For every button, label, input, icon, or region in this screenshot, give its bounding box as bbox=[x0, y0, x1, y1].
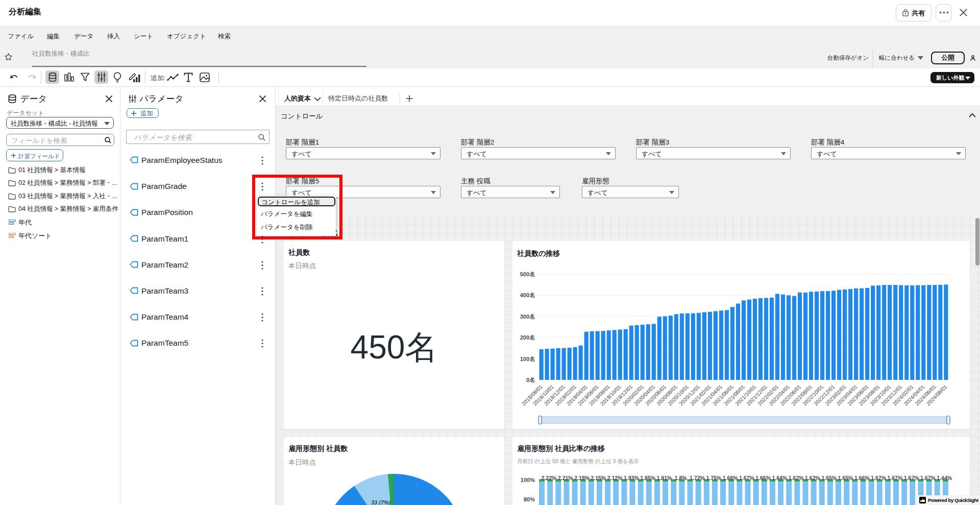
svg-text:2.12%: 2.12% bbox=[607, 475, 623, 481]
svg-text:1.67%: 1.67% bbox=[904, 475, 919, 481]
svg-text:100%: 100% bbox=[521, 477, 535, 483]
svg-text:1.67%: 1.67% bbox=[871, 475, 886, 481]
svg-text:1.85%: 1.85% bbox=[640, 475, 655, 481]
svg-text:1.62%: 1.62% bbox=[789, 475, 804, 481]
svg-text:1.66%: 1.66% bbox=[854, 475, 870, 481]
svg-text:1.67%: 1.67% bbox=[888, 475, 903, 481]
svg-text:1.93%: 1.93% bbox=[624, 475, 639, 481]
svg-text:2.19%: 2.19% bbox=[574, 475, 590, 481]
svg-text:1.62%: 1.62% bbox=[805, 475, 820, 481]
svg-text:1.72%: 1.72% bbox=[690, 475, 705, 481]
svg-text:1.75%: 1.75% bbox=[706, 475, 721, 481]
svg-text:100名: 100名 bbox=[520, 356, 535, 362]
svg-text:1.64%: 1.64% bbox=[772, 475, 788, 481]
svg-text:1.8%: 1.8% bbox=[675, 475, 688, 481]
svg-text:1.65%: 1.65% bbox=[821, 475, 837, 481]
svg-text:1.67%: 1.67% bbox=[920, 475, 936, 481]
svg-text:2.15%: 2.15% bbox=[591, 475, 606, 481]
svg-text:500名: 500名 bbox=[520, 271, 535, 277]
svg-text:1.44%: 1.44% bbox=[937, 475, 952, 481]
svg-text:1.67%: 1.67% bbox=[739, 475, 754, 481]
svg-text:1.66%: 1.66% bbox=[755, 475, 771, 481]
svg-text:1.68%: 1.68% bbox=[723, 475, 738, 481]
svg-text:400名: 400名 bbox=[520, 292, 535, 298]
svg-text:1.81%: 1.81% bbox=[657, 475, 672, 481]
svg-text:1.65%: 1.65% bbox=[838, 475, 853, 481]
svg-text:2.22%: 2.22% bbox=[542, 475, 557, 481]
svg-text:300名: 300名 bbox=[520, 314, 535, 320]
svg-text:200名: 200名 bbox=[520, 334, 535, 341]
svg-text:0名: 0名 bbox=[526, 377, 535, 383]
svg-text:2.21%: 2.21% bbox=[558, 475, 573, 481]
svg-text:80%: 80% bbox=[524, 496, 535, 502]
